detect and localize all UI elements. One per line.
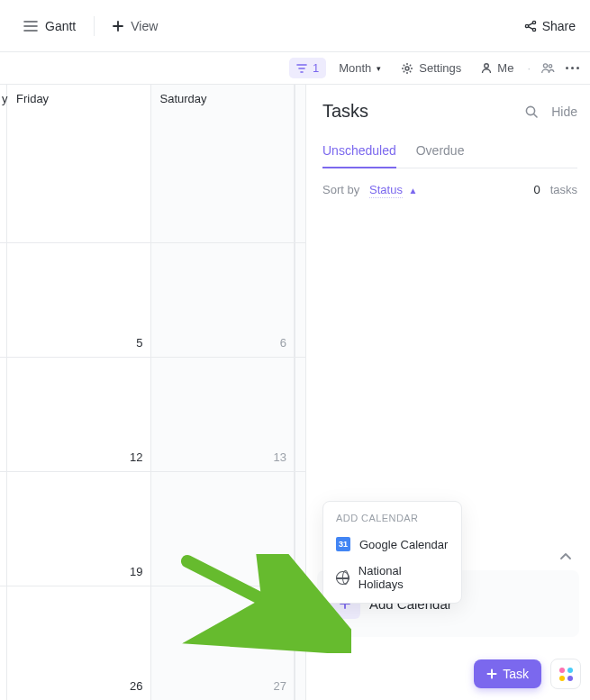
plus-icon: [113, 21, 123, 32]
day-number: 5: [136, 336, 142, 350]
day-number: 6: [280, 336, 286, 350]
menu-item-holidays-label: National Holidays: [359, 564, 449, 591]
calendar-cell[interactable]: 5: [7, 243, 151, 357]
calendar-cell[interactable]: [0, 117, 7, 242]
menu-item-national-holidays[interactable]: National Holidays: [323, 558, 461, 597]
add-calendar-menu-title: ADD CALENDAR: [323, 511, 461, 531]
search-icon[interactable]: [524, 105, 539, 119]
calendar-row: 25 26 27: [0, 586, 305, 700]
ellipsis-icon: [566, 67, 579, 69]
add-calendar-menu: ADD CALENDAR 31 Google Calendar National…: [322, 501, 462, 604]
google-calendar-icon: 31: [336, 537, 350, 551]
calendar-cell[interactable]: 13: [151, 358, 295, 471]
calendar-row: 18 19 20: [0, 471, 305, 586]
svg-point-15: [543, 64, 547, 68]
svg-line-18: [534, 114, 538, 117]
calendar-scroll-gutter: [295, 117, 305, 242]
sort-bar: Sort by Status ▲ 0 tasks: [322, 183, 577, 196]
svg-point-7: [532, 28, 535, 31]
settings-label: Settings: [419, 61, 461, 75]
sort-asc-icon[interactable]: ▲: [409, 186, 418, 195]
settings-button[interactable]: Settings: [394, 58, 468, 78]
calendar-grid[interactable]: y Friday Saturday 4 5 6 11 12 13: [0, 85, 306, 700]
tasks-panel-title: Tasks: [322, 101, 368, 122]
calendar-scroll-gutter: [295, 358, 305, 471]
task-count: 0 tasks: [534, 183, 577, 196]
svg-point-14: [485, 64, 489, 68]
day-number: 19: [130, 565, 142, 578]
sort-prefix: Sort by: [322, 183, 359, 196]
tasks-panel: Tasks Hide Unscheduled Overdue Sort by S…: [306, 85, 590, 700]
tab-unscheduled[interactable]: Unscheduled: [322, 138, 396, 168]
calendar-cell[interactable]: 27: [151, 586, 295, 700]
calendar-cell[interactable]: [7, 117, 151, 242]
globe-icon: [336, 571, 349, 585]
svg-line-8: [528, 23, 532, 25]
apps-button[interactable]: [550, 659, 581, 689]
gantt-view-label: Gantt: [45, 19, 76, 33]
calendar-header-saturday: Saturday: [151, 85, 295, 117]
chevron-down-icon: ▾: [377, 64, 381, 73]
share-label: Share: [542, 19, 576, 33]
menu-item-google-calendar[interactable]: 31 Google Calendar: [323, 531, 461, 558]
svg-point-5: [532, 21, 535, 23]
gantt-view-button[interactable]: Gantt: [14, 14, 85, 39]
day-number: 20: [274, 565, 286, 578]
calendar-row: 4 5 6: [0, 242, 305, 357]
menu-item-google-label: Google Calendar: [359, 538, 448, 551]
plus-icon: [486, 668, 497, 679]
people-icon: [540, 62, 555, 74]
calendar-scroll-gutter: [295, 243, 305, 357]
calendar-scroll-gutter: [295, 85, 305, 117]
calendar-cell[interactable]: 11: [0, 358, 7, 471]
me-label: Me: [497, 61, 513, 75]
svg-line-9: [528, 26, 532, 29]
top-bar: Gantt View Share: [0, 0, 590, 52]
tasks-panel-actions: Hide: [524, 105, 577, 119]
filter-chip[interactable]: 1: [289, 58, 326, 78]
hide-panel-button[interactable]: Hide: [551, 105, 577, 119]
calendar-cell[interactable]: [151, 117, 295, 242]
svg-point-6: [525, 24, 528, 27]
sort-field-button[interactable]: Status: [369, 183, 403, 198]
person-icon: [481, 62, 492, 74]
new-task-button[interactable]: Task: [474, 659, 541, 688]
share-icon: [524, 20, 537, 32]
calendar-cell[interactable]: 20: [151, 472, 295, 586]
calendar-toolbar: 1 Month ▾ Settings Me ·: [0, 52, 590, 85]
share-button[interactable]: Share: [524, 19, 576, 33]
add-view-label: View: [131, 19, 158, 33]
gear-icon: [401, 62, 413, 75]
calendar-cell[interactable]: 18: [0, 472, 7, 586]
me-filter[interactable]: Me: [474, 58, 521, 78]
tasks-panel-header: Tasks Hide: [322, 101, 577, 122]
task-count-number: 0: [534, 183, 540, 196]
divider: [94, 16, 95, 36]
calendar-scroll-gutter: [295, 586, 305, 700]
calendar-row: 11 12 13: [0, 357, 305, 471]
add-view-button[interactable]: View: [104, 14, 167, 39]
calendar-cell[interactable]: 26: [7, 586, 151, 700]
gantt-icon: [23, 20, 38, 32]
apps-icon: [559, 668, 573, 681]
day-number: 27: [274, 679, 286, 693]
collapse-calendars-button[interactable]: [559, 551, 572, 560]
calendar-cell[interactable]: 25: [0, 586, 7, 700]
calendar-cell[interactable]: 12: [7, 358, 151, 471]
main-area: y Friday Saturday 4 5 6 11 12 13: [0, 85, 590, 700]
day-number: 12: [130, 450, 142, 464]
day-number: 26: [130, 679, 142, 693]
period-select[interactable]: Month ▾: [331, 58, 388, 78]
calendar-scroll-gutter: [295, 472, 305, 586]
calendar-cell[interactable]: 6: [151, 243, 295, 357]
period-label: Month: [339, 61, 371, 75]
assignees-button[interactable]: [537, 59, 558, 77]
calendar-cell[interactable]: 4: [0, 243, 7, 357]
calendar-header-partial-label: y: [2, 92, 8, 105]
calendar-body: 4 5 6 11 12 13 18 19 20 25 26 27: [0, 117, 305, 700]
tab-overdue[interactable]: Overdue: [416, 138, 465, 168]
more-menu-button[interactable]: [564, 63, 581, 73]
calendar-cell[interactable]: 19: [7, 472, 151, 586]
filter-count: 1: [313, 61, 319, 75]
new-task-label: Task: [503, 667, 529, 681]
